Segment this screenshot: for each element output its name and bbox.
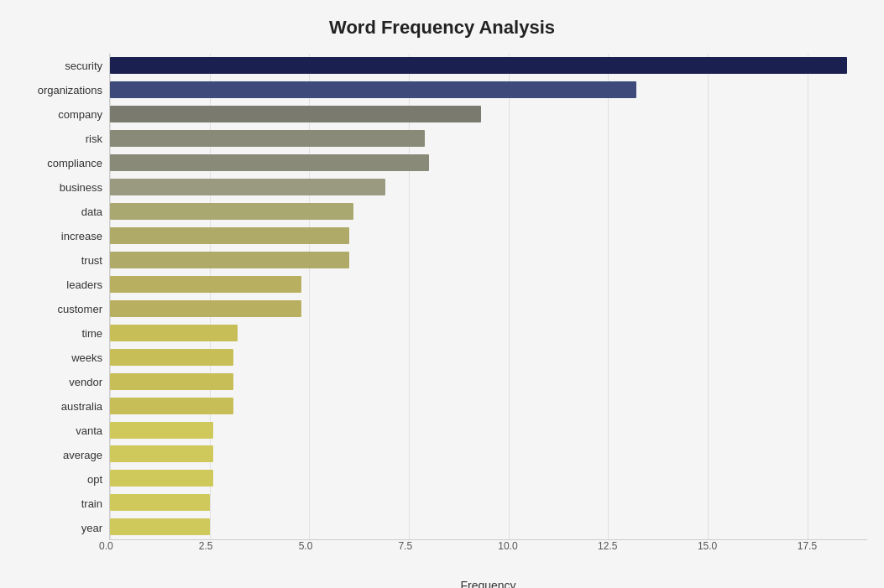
y-label: opt [17, 469, 102, 491]
x-tick: 0.0 [99, 540, 113, 552]
bar-row [110, 152, 867, 174]
bar-row [110, 443, 867, 465]
y-label: business [17, 177, 102, 199]
bar [110, 300, 301, 317]
bar-row [110, 55, 867, 76]
x-tick: 5.0 [299, 540, 313, 552]
bar [110, 57, 847, 74]
bar-row [110, 249, 867, 271]
bar-row [110, 395, 867, 417]
y-label: increase [17, 226, 102, 247]
bar [110, 227, 349, 244]
bar-row [110, 346, 867, 368]
bar-row [110, 298, 867, 320]
bar [110, 373, 233, 390]
y-label: australia [17, 396, 102, 418]
bar [110, 518, 210, 535]
bar-row [110, 371, 867, 393]
bar [110, 470, 213, 487]
bar-row [110, 419, 867, 441]
bar-row [110, 273, 867, 295]
y-label: trust [17, 250, 102, 272]
x-axis-label: Frequency [109, 579, 867, 588]
bar-row [110, 467, 867, 489]
chart-container: Word Frequency Analysis securityorganiza… [0, 0, 884, 588]
y-label: average [17, 445, 102, 466]
y-label: risk [17, 128, 102, 150]
y-label: security [17, 55, 102, 77]
y-label: vendor [17, 372, 102, 393]
y-label: vanta [17, 420, 102, 442]
x-tick: 2.5 [199, 540, 213, 552]
bar [110, 276, 301, 293]
bar [110, 494, 210, 511]
bar [110, 349, 233, 366]
bar [110, 130, 425, 147]
y-label: year [17, 518, 102, 539]
bar-row [110, 225, 867, 247]
bar [110, 398, 233, 414]
bar [110, 106, 481, 122]
chart-area: securityorganizationscompanyriskcomplian… [17, 54, 867, 540]
bar [110, 252, 349, 268]
y-label: leaders [17, 274, 102, 296]
bar [110, 179, 385, 195]
y-label: customer [17, 299, 102, 320]
bar [110, 154, 429, 171]
y-label: data [17, 201, 102, 223]
bar-row [110, 103, 867, 125]
x-tick: 12.5 [598, 540, 617, 552]
bar-row [110, 176, 867, 198]
bar-row [110, 79, 867, 101]
plot-area [109, 54, 867, 540]
bar [110, 422, 213, 439]
y-label: train [17, 493, 102, 515]
bar-row [110, 127, 867, 149]
bar [110, 445, 213, 462]
x-tick: 17.5 [798, 540, 817, 552]
bar-row [110, 322, 867, 344]
x-tick: 10.0 [498, 540, 517, 552]
bar [110, 81, 636, 98]
y-label: company [17, 104, 102, 126]
bar-row [110, 200, 867, 222]
y-label: compliance [17, 153, 102, 174]
y-labels: securityorganizationscompanyriskcomplian… [17, 54, 109, 540]
bar [110, 203, 353, 220]
y-label: weeks [17, 347, 102, 369]
bar-row [110, 492, 867, 513]
y-label: time [17, 323, 102, 345]
chart-title: Word Frequency Analysis [17, 17, 867, 39]
x-tick: 7.5 [398, 540, 412, 552]
bar-row [110, 516, 867, 538]
y-label: organizations [17, 80, 102, 101]
x-tick: 15.0 [698, 540, 717, 552]
bar [110, 325, 238, 341]
